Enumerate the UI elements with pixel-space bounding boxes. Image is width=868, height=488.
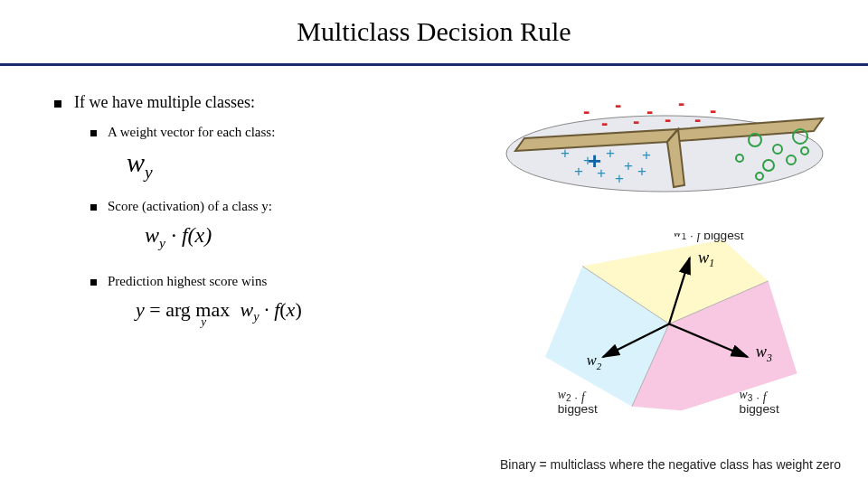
lbl-biggest-3: biggest xyxy=(740,402,779,416)
bullet-square-icon xyxy=(90,279,97,286)
svg-text:+: + xyxy=(637,163,646,180)
svg-text:-: - xyxy=(694,108,701,130)
slide-title: Multiclass Decision Rule xyxy=(0,0,868,63)
svg-text:+: + xyxy=(615,170,624,187)
bullet-weight-vector-text: A weight vector for each class: xyxy=(108,125,275,140)
svg-text:-: - xyxy=(646,99,653,122)
svg-text:-: - xyxy=(710,99,716,121)
bullet-square-icon xyxy=(54,100,61,108)
svg-text:-: - xyxy=(633,109,639,132)
svg-text:+: + xyxy=(642,146,651,164)
svg-text:-: - xyxy=(583,99,590,122)
bullet-score: Score (activation) of a class y: xyxy=(90,199,814,214)
bullet-main-text: If we have multiple classes: xyxy=(74,93,255,112)
lbl-biggest-2: biggest xyxy=(558,402,598,416)
svg-text:+: + xyxy=(624,157,633,174)
svg-text:-: - xyxy=(601,111,608,134)
svg-text:-: - xyxy=(615,93,621,116)
partition-diagram: --- --- --- +++ +++ +++ + xyxy=(497,86,832,194)
bullet-score-text: Score (activation) of a class y: xyxy=(108,199,272,214)
svg-text:-: - xyxy=(678,91,684,114)
bullet-square-icon xyxy=(90,130,97,136)
svg-text:+: + xyxy=(588,147,601,174)
bullet-prediction-text: Prediction highest score wins xyxy=(108,274,267,289)
svg-text:-: - xyxy=(665,108,671,130)
bullet-square-icon xyxy=(90,204,97,211)
vector-regions-diagram: w1 · f biggest w1 w2 w3 w2 · f biggest w… xyxy=(520,233,818,423)
svg-text:+: + xyxy=(574,163,583,180)
svg-text:+: + xyxy=(561,145,570,162)
svg-text:+: + xyxy=(606,145,615,162)
footnote: Binary = multiclass where the negative c… xyxy=(500,457,841,472)
lbl-biggest: biggest xyxy=(703,233,743,242)
svg-text:w1 · f biggest: w1 · f biggest xyxy=(674,233,744,242)
